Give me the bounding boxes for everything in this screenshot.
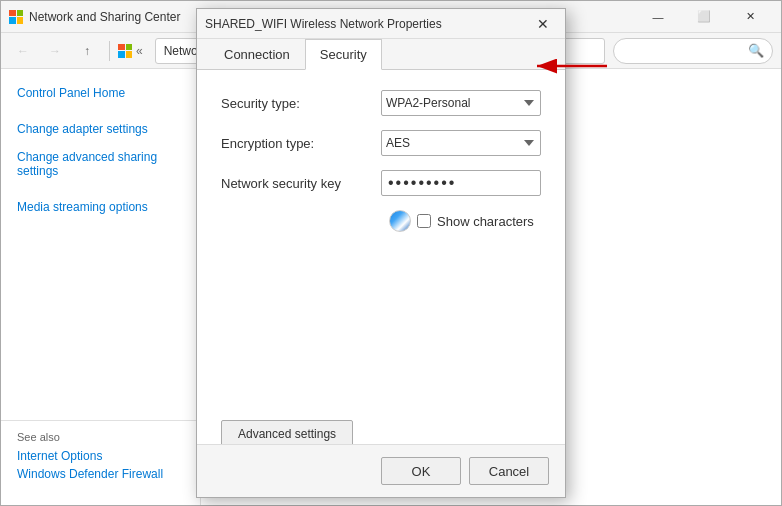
network-key-input[interactable] <box>381 170 541 196</box>
tab-connection[interactable]: Connection <box>209 39 305 70</box>
see-also-title: See also <box>17 431 184 443</box>
encryption-type-select[interactable]: AESTKIP <box>381 130 541 156</box>
sidebar: Control Panel Home Change adapter settin… <box>1 69 201 505</box>
globe-icon <box>389 210 411 232</box>
forward-button[interactable]: → <box>41 37 69 65</box>
ok-button[interactable]: OK <box>381 457 461 485</box>
modal-dialog: SHARED_WIFI Wireless Network Properties … <box>196 8 566 498</box>
window-controls: — ⬜ ✕ <box>635 1 773 33</box>
network-key-label: Network security key <box>221 176 381 191</box>
network-key-row: Network security key <box>221 170 541 196</box>
show-characters-checkbox[interactable] <box>417 214 431 228</box>
sidebar-item-control-panel-home[interactable]: Control Panel Home <box>1 81 200 105</box>
security-type-row: Security type: WPA2-PersonalWPA3-Persona… <box>221 90 541 116</box>
modal-body: Security type: WPA2-PersonalWPA3-Persona… <box>197 70 565 468</box>
show-characters-text: Show characters <box>437 214 534 229</box>
show-characters-label[interactable]: Show characters <box>417 214 534 229</box>
minimize-button[interactable]: — <box>635 1 681 33</box>
app-icon <box>9 10 23 24</box>
modal-title: SHARED_WIFI Wireless Network Properties <box>205 17 529 31</box>
sidebar-item-change-adapter[interactable]: Change adapter settings <box>1 117 200 141</box>
network-key-control <box>381 170 541 196</box>
sidebar-item-change-advanced[interactable]: Change advanced sharing settings <box>1 145 200 183</box>
encryption-type-row: Encryption type: AESTKIP <box>221 130 541 156</box>
modal-tabs: Connection Security <box>197 39 565 70</box>
close-button[interactable]: ✕ <box>727 1 773 33</box>
up-button[interactable]: ↑ <box>73 37 101 65</box>
sidebar-item-windows-defender[interactable]: Windows Defender Firewall <box>17 465 184 483</box>
security-type-label: Security type: <box>221 96 381 111</box>
modal-titlebar: SHARED_WIFI Wireless Network Properties … <box>197 9 565 39</box>
cancel-button[interactable]: Cancel <box>469 457 549 485</box>
search-icon: 🔍 <box>748 43 764 58</box>
security-type-select[interactable]: WPA2-PersonalWPA3-PersonalWPA2/WPA3-Pers… <box>381 90 541 116</box>
back-button[interactable]: ← <box>9 37 37 65</box>
sidebar-item-media-streaming[interactable]: Media streaming options <box>1 195 200 219</box>
tab-security[interactable]: Security <box>305 39 382 70</box>
show-characters-row: Show characters <box>389 210 541 232</box>
maximize-button[interactable]: ⬜ <box>681 1 727 33</box>
modal-footer: OK Cancel <box>197 444 565 497</box>
encryption-type-control: AESTKIP <box>381 130 541 156</box>
sidebar-item-internet-options[interactable]: Internet Options <box>17 447 184 465</box>
search-box[interactable]: 🔍 <box>613 38 773 64</box>
nav-icon <box>118 44 132 58</box>
security-type-control: WPA2-PersonalWPA3-PersonalWPA2/WPA3-Pers… <box>381 90 541 116</box>
modal-close-button[interactable]: ✕ <box>529 10 557 38</box>
arrow-annotation <box>532 51 612 84</box>
encryption-type-label: Encryption type: <box>221 136 381 151</box>
breadcrumb-separator: « <box>136 44 143 58</box>
